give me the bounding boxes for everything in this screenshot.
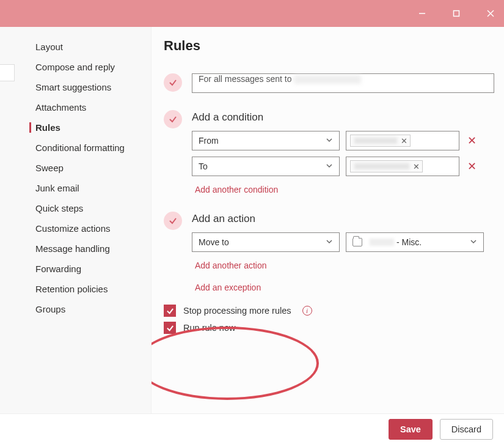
window-titlebar [0,0,504,27]
sidebar-item-rules[interactable]: Rules [0,117,151,138]
chevron-down-icon [326,161,333,171]
folder-icon [352,238,362,246]
sidebar-item-label: Customize actions [35,223,111,234]
minimize-button[interactable] [412,4,432,23]
people-chip[interactable]: ✕ [350,135,411,147]
sidebar-item-quick-steps[interactable]: Quick steps [0,198,151,218]
svg-rect-1 [454,11,459,17]
condition-value-field[interactable]: ✕ [346,157,459,176]
sidebar-item-layout[interactable]: Layout [0,37,151,57]
sidebar-item-junk-email[interactable]: Junk email [0,178,151,198]
dropdown-value: To [199,161,208,171]
sidebar-item-label: Quick steps [35,203,83,213]
chevron-down-icon [326,237,333,247]
add-condition-title: Add a condition [192,111,494,124]
condition-type-dropdown[interactable]: To [192,157,340,176]
stop-processing-label: Stop processing more rules [183,306,291,316]
chevron-down-icon [326,136,333,146]
close-button[interactable] [481,4,500,23]
step-complete-icon [164,73,182,92]
chip-remove-icon[interactable]: ✕ [401,136,407,146]
chip-remove-icon[interactable]: ✕ [413,162,420,171]
sidebar-item-smart-suggestions[interactable]: Smart suggestions [0,77,151,97]
sidebar-item-customize-actions[interactable]: Customize actions [0,218,151,239]
redacted-text [354,163,409,169]
sidebar-item-forwarding[interactable]: Forwarding [0,259,151,279]
sidebar-item-attachments[interactable]: Attachments [0,97,151,117]
sidebar-item-label: Message handling [35,243,110,254]
chevron-down-icon [470,237,477,247]
discard-button[interactable]: Discard [440,419,493,440]
redacted-text [354,138,397,144]
sidebar-item-label: Groups [35,304,65,314]
sidebar-item-label: Rules [35,122,60,133]
run-rule-now-label: Run rule now [183,323,235,333]
sidebar-item-compose[interactable]: Compose and reply [0,57,151,77]
step-complete-icon [164,212,182,230]
dropdown-value: Move to [199,237,229,247]
sidebar-item-label: Junk email [35,183,79,193]
add-action-title: Add an action [192,213,494,225]
dialog-footer: Save Discard [0,413,504,444]
dropdown-value: From [199,136,219,146]
people-chip[interactable]: ✕ [350,160,423,172]
add-another-condition-link[interactable]: Add another condition [195,185,278,194]
main-panel: Rules For all messages sent to [152,27,504,413]
action-type-dropdown[interactable]: Move to [192,232,340,252]
maximize-button[interactable] [447,4,466,23]
redacted-text [370,239,394,246]
add-exception-link[interactable]: Add an exception [195,283,261,292]
rule-editor-scroll[interactable]: For all messages sent to Add a condition… [164,62,494,413]
sidebar-item-label: Forwarding [35,264,81,274]
settings-sidebar: Layout Compose and reply Smart suggestio… [0,27,152,413]
sidebar-item-label: Attachments [35,102,86,113]
sidebar-item-label: Smart suggestions [35,82,111,92]
sidebar-item-message-handling[interactable]: Message handling [0,239,151,259]
run-rule-now-checkbox[interactable] [164,322,176,334]
page-title: Rules [164,38,494,54]
info-icon[interactable]: i [302,306,312,316]
redacted-text [294,75,361,84]
sidebar-item-sweep[interactable]: Sweep [0,158,151,178]
sidebar-item-label: Retention policies [35,284,108,294]
sidebar-item-retention-policies[interactable]: Retention policies [0,279,151,299]
add-another-action-link[interactable]: Add another action [195,261,267,270]
dropdown-value: - Misc. [352,237,422,247]
sidebar-item-label: Conditional formatting [35,142,125,153]
rule-name-input[interactable]: For all messages sent to [192,73,494,93]
remove-condition-button[interactable]: ✕ [466,160,478,173]
rule-name-text: For all messages sent to [199,74,292,84]
sidebar-item-groups[interactable]: Groups [0,299,151,319]
step-complete-icon [164,110,182,128]
condition-value-field[interactable]: ✕ [346,131,459,150]
sidebar-item-label: Compose and reply [35,62,115,72]
sidebar-item-conditional-formatting[interactable]: Conditional formatting [0,138,151,158]
remove-condition-button[interactable]: ✕ [466,134,478,147]
save-button[interactable]: Save [389,419,433,440]
action-target-dropdown[interactable]: - Misc. [346,232,484,252]
stop-processing-checkbox[interactable] [164,305,176,317]
sidebar-item-label: Layout [35,42,63,52]
sidebar-item-label: Sweep [35,163,64,173]
condition-type-dropdown[interactable]: From [192,131,340,150]
